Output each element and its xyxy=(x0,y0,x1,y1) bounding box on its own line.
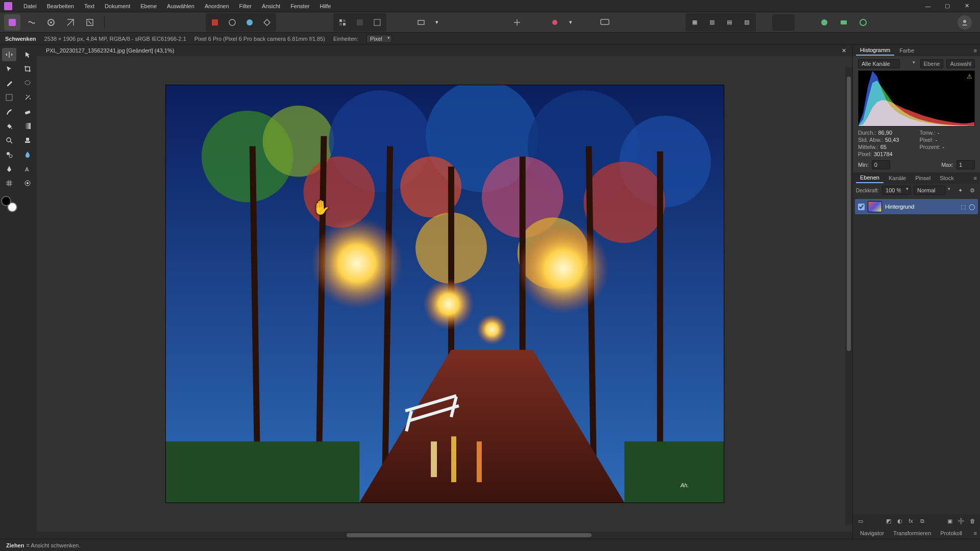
menu-anordnen[interactable]: Anordnen xyxy=(200,1,234,11)
blend-mode-select[interactable]: Normal xyxy=(914,186,945,195)
tab-color[interactable]: Farbe xyxy=(895,46,918,55)
quickmask-2-button[interactable] xyxy=(352,14,368,31)
pan-tool[interactable] xyxy=(2,48,16,61)
cloud-open-button[interactable] xyxy=(836,14,852,31)
document-close-button[interactable]: ✕ xyxy=(839,47,849,54)
menu-text[interactable]: Text xyxy=(79,1,100,11)
document-tab[interactable]: PXL_20230127_135623241.jpg [Geändert] (4… xyxy=(41,46,179,55)
arrange-2-button[interactable]: ▥ xyxy=(704,14,720,31)
menu-ebene[interactable]: Ebene xyxy=(135,1,162,11)
mask-add-button[interactable]: ◩ xyxy=(884,516,893,525)
delete-layer-button[interactable]: 🗑 xyxy=(968,516,977,525)
persona-photo-button[interactable] xyxy=(4,14,20,31)
selection-sub-button[interactable] xyxy=(241,14,258,31)
persona-export-button[interactable] xyxy=(82,14,98,31)
menu-ansicht[interactable]: Ansicht xyxy=(257,1,285,11)
brush-tool[interactable] xyxy=(2,105,16,118)
persona-develop-button[interactable] xyxy=(43,14,59,31)
zoom-tool[interactable] xyxy=(2,134,16,147)
selection-new-button[interactable] xyxy=(207,14,223,31)
clone-tool[interactable] xyxy=(2,148,16,161)
grid-tool[interactable] xyxy=(2,177,16,190)
layer-visibility-checkbox[interactable] xyxy=(858,204,865,210)
pen-tool[interactable] xyxy=(2,162,16,176)
tab-layers[interactable]: Ebenen xyxy=(856,173,884,183)
bottom-panel-menu-button[interactable]: ≡ xyxy=(971,530,980,536)
histogram-channel-select[interactable]: Alle Kanäle xyxy=(858,59,900,68)
view-tool[interactable] xyxy=(20,177,35,190)
minimize-button[interactable]: ― xyxy=(919,1,937,11)
crop-aspect-button[interactable] xyxy=(413,14,429,31)
layers-expand-button[interactable]: ▭ xyxy=(856,516,865,525)
tab-brushes[interactable]: Pinsel xyxy=(911,173,935,183)
selection-rect-tool[interactable] xyxy=(2,91,16,104)
menu-fenster[interactable]: Fenster xyxy=(285,1,314,11)
opacity-select[interactable]: 100 % xyxy=(882,186,911,195)
close-button[interactable]: ✕ xyxy=(958,1,976,11)
persona-liquify-button[interactable] xyxy=(23,14,40,31)
layer-lock-icon[interactable]: ⬚ xyxy=(961,204,966,210)
color-swatch[interactable] xyxy=(1,196,17,212)
new-layer-button[interactable]: ➕ xyxy=(957,516,966,525)
menu-bearbeiten[interactable]: Bearbeiten xyxy=(42,1,79,11)
quickmask-3-button[interactable] xyxy=(369,14,385,31)
viewport[interactable]: Ah. ✋ xyxy=(37,56,852,532)
histogram-mode-auswahl[interactable]: Auswahl xyxy=(946,59,975,68)
units-select[interactable]: Pixel xyxy=(366,35,392,43)
adjustment-add-button[interactable]: ◐ xyxy=(895,516,904,525)
arrow-tool[interactable] xyxy=(20,48,35,61)
live-filter-button[interactable]: ⧉ xyxy=(918,516,927,525)
group-button[interactable]: ▣ xyxy=(945,516,954,525)
assistant-dropdown[interactable]: ▾ xyxy=(566,14,575,31)
assistant-button[interactable] xyxy=(547,14,563,31)
cloud-sync-button[interactable] xyxy=(816,14,832,31)
menu-datei[interactable]: Datei xyxy=(18,1,42,11)
gradient-tool[interactable] xyxy=(20,119,35,133)
lasso-tool[interactable] xyxy=(20,77,35,90)
crop-aspect-dropdown[interactable]: ▾ xyxy=(432,14,442,31)
selection-add-button[interactable] xyxy=(224,14,240,31)
panel-menu-button[interactable]: ≡ xyxy=(971,47,980,54)
layer-row[interactable]: Hintergrund ⬚◯ xyxy=(855,199,978,214)
histogram-warning-icon[interactable]: ⚠ xyxy=(967,73,972,80)
tab-transform[interactable]: Transformieren xyxy=(889,529,935,538)
magic-wand-tool[interactable] xyxy=(20,91,35,104)
menu-hilfe[interactable]: Hilfe xyxy=(314,1,336,11)
text-tool[interactable]: A xyxy=(20,162,35,176)
fx-add-button[interactable]: fx xyxy=(906,516,916,525)
tab-histogram[interactable]: Histogramm xyxy=(856,45,894,56)
snapping-button[interactable] xyxy=(509,14,525,31)
preview-button[interactable] xyxy=(597,14,613,31)
color-picker-tool[interactable] xyxy=(2,77,16,90)
layer-settings-button[interactable]: ⚙ xyxy=(968,186,977,195)
selection-intersect-button[interactable] xyxy=(259,14,275,31)
persona-tone-button[interactable] xyxy=(62,14,79,31)
eraser-tool[interactable] xyxy=(20,105,35,118)
arrange-4-button[interactable]: ▧ xyxy=(739,14,755,31)
vertical-scrollbar[interactable] xyxy=(845,67,852,524)
tab-history[interactable]: Protokoll xyxy=(936,529,966,538)
arrange-1-button[interactable]: ▦ xyxy=(687,14,703,31)
histogram-min-input[interactable] xyxy=(872,160,890,169)
blur-tool[interactable] xyxy=(20,148,35,161)
fill-tool[interactable] xyxy=(2,119,16,133)
crop-tool[interactable] xyxy=(20,62,35,76)
layer-fx-button[interactable]: ✦ xyxy=(955,186,965,195)
tab-navigator[interactable]: Navigator xyxy=(856,529,888,538)
layers-panel-menu-button[interactable]: ≡ xyxy=(971,175,980,181)
cloud-share-button[interactable] xyxy=(855,14,871,31)
histogram-max-input[interactable] xyxy=(957,160,975,169)
histogram-mode-ebene[interactable]: Ebene xyxy=(920,59,944,68)
account-button[interactable] xyxy=(958,15,972,30)
menu-filter[interactable]: Filter xyxy=(234,1,257,11)
maximize-button[interactable]: ▢ xyxy=(938,1,957,11)
tab-channels[interactable]: Kanäle xyxy=(885,173,910,183)
stamp-tool[interactable] xyxy=(20,134,35,147)
zoom-display-button[interactable] xyxy=(772,14,795,31)
tab-stock[interactable]: Stock xyxy=(936,173,958,183)
layer-link-icon[interactable]: ◯ xyxy=(969,204,975,210)
quickmask-button[interactable] xyxy=(334,14,351,31)
arrange-3-button[interactable]: ▤ xyxy=(721,14,738,31)
move-tool[interactable] xyxy=(2,62,16,76)
menu-dokument[interactable]: Dokument xyxy=(100,1,135,11)
